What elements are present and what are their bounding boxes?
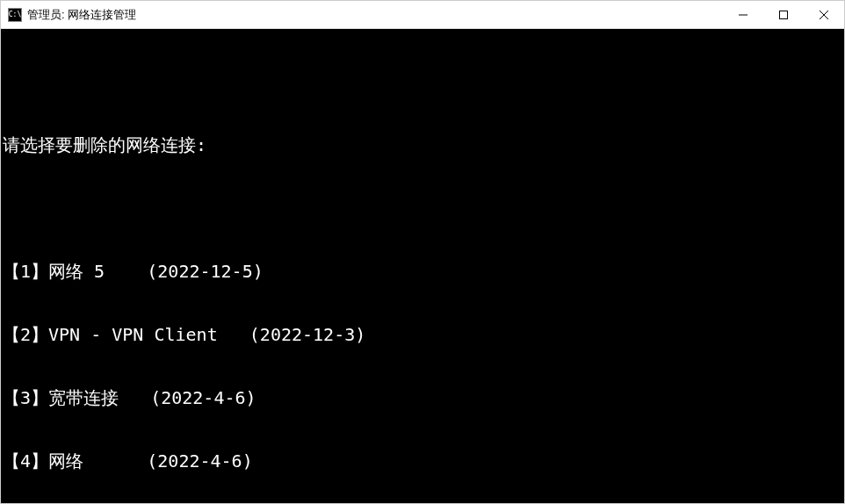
list-item: 【2】VPN - VPN Client (2022-12-3) <box>3 324 842 345</box>
svg-rect-1 <box>780 11 788 18</box>
cmd-icon: C:\ <box>8 8 22 22</box>
maximize-button[interactable] <box>763 1 804 28</box>
minimize-button[interactable] <box>723 1 763 28</box>
list-item: 【4】网络 (2022-4-6) <box>3 450 842 472</box>
console-line <box>3 71 842 92</box>
list-item: 【1】网络 5 (2022-12-5) <box>3 261 842 282</box>
console-header: 请选择要删除的网络连接: <box>3 134 842 155</box>
titlebar: C:\ 管理员: 网络连接管理 <box>1 1 844 29</box>
console-area[interactable]: 请选择要删除的网络连接: 【1】网络 5 (2022-12-5) 【2】VPN … <box>1 29 844 503</box>
window-title: 管理员: 网络连接管理 <box>27 7 723 23</box>
window-frame: C:\ 管理员: 网络连接管理 请选择要删除的网络连接: 【1】网络 5 (20… <box>0 0 845 504</box>
close-button[interactable] <box>804 1 844 28</box>
console-line <box>3 198 842 219</box>
list-item: 【3】宽带连接 (2022-4-6) <box>3 387 842 408</box>
window-controls <box>723 1 844 28</box>
